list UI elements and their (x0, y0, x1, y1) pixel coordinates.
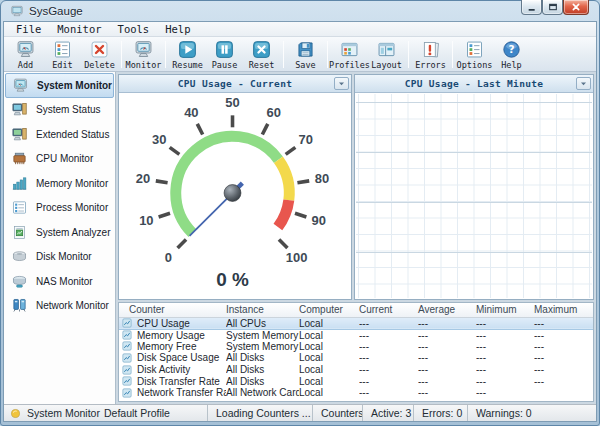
table-cell: --- (476, 364, 534, 376)
sidebar-item-nas-monitor[interactable]: NAS Monitor (4, 269, 115, 294)
toolbar-button-profiles[interactable]: Profiles (332, 39, 367, 70)
counter-icon (122, 388, 132, 398)
close-button[interactable] (563, 0, 589, 15)
sidebar-item-process-monitor[interactable]: Process Monitor (4, 196, 115, 221)
sidebar-item-label: Process Monitor (36, 202, 108, 213)
gauge-panel: CPU Usage - Current 01020304050607080901… (118, 74, 352, 300)
toolbar-button-label: Profiles (329, 60, 370, 70)
column-header-average[interactable]: Average (418, 303, 476, 317)
status-text: Warnings: 0 (476, 407, 532, 419)
table-cell: Local (299, 364, 359, 376)
sidebar-item-system-status[interactable]: System Status (4, 98, 115, 123)
pause-icon (214, 39, 235, 60)
column-header-current[interactable]: Current (359, 303, 418, 317)
toolbar-button-pause[interactable]: Pause (207, 39, 242, 70)
table-cell: --- (359, 387, 418, 399)
table-cell: --- (359, 317, 418, 329)
svg-text:70: 70 (299, 132, 313, 147)
client-area: FileMonitorToolsHelp AddEditDeleteMonito… (3, 21, 597, 422)
toolbar-button-label: Layout (371, 60, 402, 70)
sidebar-item-label: CPU Monitor (36, 153, 93, 164)
table-row-memory-usage[interactable]: Memory UsageSystem MemoryLocal----------… (119, 329, 594, 341)
status-text: Loading Counters ... 42 % (216, 407, 312, 419)
layout-icon (376, 39, 397, 60)
toolbar-button-delete[interactable]: Delete (82, 39, 117, 70)
toolbar-button-layout[interactable]: Layout (369, 39, 404, 70)
table-row-network-transfer-rate[interactable]: Network Transfer RateAll Network CardsLo… (119, 387, 594, 399)
app-window: SysGauge FileMonitorToolsHelp AddEditDel… (0, 0, 600, 426)
counter-icon (122, 341, 132, 351)
toolbar-button-label: Help (501, 60, 521, 70)
menu-item-monitor[interactable]: Monitor (49, 23, 109, 35)
gauge-panel-menu-button[interactable] (334, 77, 349, 90)
sidebar-item-extended-status[interactable]: Extended Status (4, 122, 115, 147)
status-bar: System MonitorDefault ProfileLoading Cou… (4, 404, 596, 421)
toolbar-button-reset[interactable]: Reset (244, 39, 279, 70)
status-errors: Errors: 0 (413, 405, 467, 421)
sidebar-item-memory-monitor[interactable]: Memory Monitor (4, 171, 115, 196)
minimize-button[interactable] (521, 0, 542, 15)
cpu-usage-gauge: 01020304050607080901000 % (119, 93, 351, 299)
column-header-counter[interactable]: Counter (119, 303, 226, 317)
table-cell: All Network Cards (226, 387, 299, 399)
table-row-disk-space-usage[interactable]: Disk Space UsageAll DisksLocal----------… (119, 352, 594, 364)
table-cell: All Disks (226, 352, 299, 364)
toolbar-button-monitor[interactable]: Monitor (126, 39, 161, 70)
counter-name: Disk Activity (137, 364, 190, 375)
history-chart-panel: CPU Usage - Last Minute (354, 74, 594, 300)
counter-name: CPU Usage (137, 318, 190, 329)
toolbar-separator (327, 41, 328, 68)
maximize-button[interactable] (542, 0, 563, 15)
add-icon (15, 39, 36, 60)
menu-item-help[interactable]: Help (157, 23, 198, 35)
sidebar-item-system-analyzer[interactable]: System Analyzer (4, 220, 115, 245)
svg-text:80: 80 (315, 171, 329, 186)
process-monitor-icon (11, 199, 28, 216)
column-header-maximum[interactable]: Maximum (534, 303, 594, 317)
table-cell: --- (534, 375, 594, 387)
table-row-cpu-usage[interactable]: CPU UsageAll CPUsLocal------------ (119, 317, 594, 329)
toolbar-button-help[interactable]: ?Help (494, 39, 529, 70)
counter-icon (122, 353, 132, 363)
table-row-disk-transfer-rate[interactable]: Disk Transfer RateAll DisksLocal--------… (119, 375, 594, 387)
column-header-computer[interactable]: Computer (299, 303, 359, 317)
status-default-profile: Default Profile (102, 405, 207, 421)
reset-icon (251, 39, 272, 60)
extended-status-icon (11, 126, 28, 143)
toolbar-button-label: Delete (84, 60, 115, 70)
counter-name-cell: Disk Activity (119, 364, 226, 376)
svg-text:?: ? (508, 43, 514, 55)
menu-item-tools[interactable]: Tools (110, 23, 158, 35)
table-row-disk-activity[interactable]: Disk ActivityAll DisksLocal------------ (119, 364, 594, 376)
toolbar-button-save[interactable]: Save (288, 39, 323, 70)
toolbar: AddEditDeleteMonitorResumePauseResetSave… (4, 37, 596, 72)
sidebar-item-network-monitor[interactable]: Network Monitor (4, 294, 115, 319)
toolbar-button-errors[interactable]: Errors (413, 39, 448, 70)
toolbar-button-label: Options (457, 60, 493, 70)
sidebar-item-disk-monitor[interactable]: Disk Monitor (4, 245, 115, 270)
main-area: System MonitorSystem StatusExtended Stat… (4, 72, 596, 404)
menu-item-file[interactable]: File (8, 23, 49, 35)
chart-panel-menu-button[interactable] (576, 77, 591, 90)
toolbar-button-options[interactable]: Options (457, 39, 492, 70)
table-cell: All CPUs (226, 317, 299, 329)
counter-icon (122, 365, 132, 375)
toolbar-button-add[interactable]: Add (8, 39, 43, 70)
sidebar-item-system-monitor[interactable]: System Monitor (5, 73, 114, 98)
table-row-memory-free[interactable]: Memory FreeSystem MemoryLocal-----------… (119, 341, 594, 353)
column-header-instance[interactable]: Instance (226, 303, 299, 317)
counter-name: Memory Free (137, 341, 196, 352)
counter-name-cell: Memory Usage (119, 329, 226, 341)
title-bar[interactable]: SysGauge (3, 1, 597, 21)
svg-text:90: 90 (311, 213, 325, 228)
toolbar-button-resume[interactable]: Resume (170, 39, 205, 70)
chevron-down-icon (337, 79, 346, 88)
counters-table: CounterInstanceComputerCurrentAverageMin… (119, 303, 594, 399)
sidebar-item-cpu-monitor[interactable]: CPU Monitor (4, 147, 115, 172)
options-icon (464, 39, 485, 60)
column-header-minimum[interactable]: Minimum (476, 303, 534, 317)
table-cell: --- (534, 341, 594, 353)
table-cell: --- (359, 364, 418, 376)
toolbar-separator (283, 41, 284, 68)
toolbar-button-edit[interactable]: Edit (45, 39, 80, 70)
